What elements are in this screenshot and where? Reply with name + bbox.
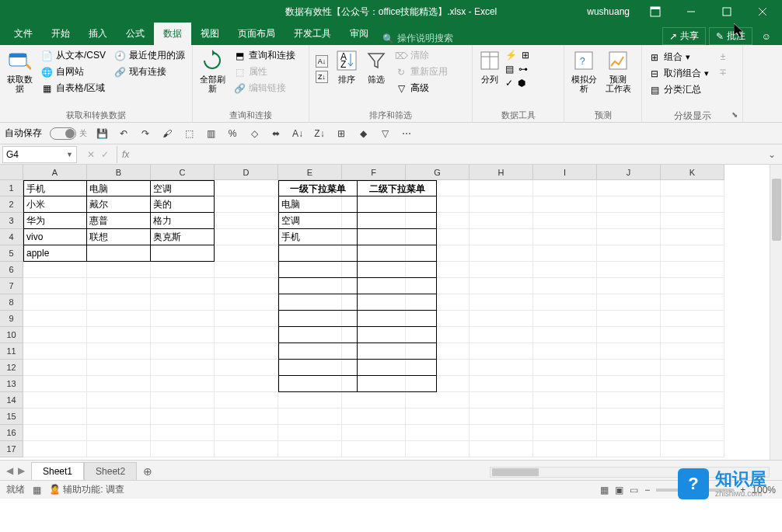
cell[interactable]	[406, 441, 470, 457]
cell[interactable]	[342, 425, 406, 441]
cell[interactable]	[23, 376, 87, 392]
cell[interactable]	[215, 343, 278, 360]
cell[interactable]	[597, 343, 661, 360]
cell[interactable]	[533, 360, 597, 376]
snip-icon[interactable]: ⬚	[182, 127, 196, 141]
cell[interactable]	[151, 392, 215, 409]
share-button[interactable]: ↗共享	[662, 27, 706, 45]
cell[interactable]	[215, 213, 278, 229]
cell[interactable]	[215, 278, 278, 294]
cell[interactable]: 格力	[151, 213, 215, 229]
cell[interactable]	[470, 376, 533, 392]
col-header[interactable]: A	[23, 165, 87, 180]
cell[interactable]	[470, 360, 533, 376]
flash-fill-icon[interactable]: ⚡	[505, 50, 517, 61]
cell[interactable]	[533, 213, 597, 229]
cell[interactable]	[342, 392, 406, 409]
cell[interactable]	[470, 213, 533, 229]
cell[interactable]	[23, 409, 87, 425]
queries-conn-button[interactable]: ⬒查询和连接	[230, 48, 298, 63]
cell[interactable]	[533, 262, 597, 278]
cell[interactable]	[278, 392, 342, 409]
cell[interactable]	[87, 360, 151, 376]
sort-button[interactable]: AZ排序	[333, 47, 361, 85]
cell[interactable]	[215, 376, 278, 392]
merge-icon[interactable]: ⬌	[269, 127, 283, 141]
cell[interactable]	[278, 425, 342, 441]
row-header[interactable]: 8	[0, 294, 23, 311]
filter-button[interactable]: 筛选	[362, 47, 390, 85]
group-button[interactable]: ⊞组合 ▾	[645, 50, 712, 64]
from-web-button[interactable]: 🌐自网站	[37, 64, 109, 79]
vertical-scrollbar[interactable]	[770, 165, 782, 460]
cell[interactable]	[215, 229, 278, 245]
recent-sources-button[interactable]: 🕘最近使用的源	[110, 48, 188, 63]
tab-data[interactable]: 数据	[154, 23, 191, 45]
ribbon-options-icon[interactable]	[637, 0, 673, 23]
cell[interactable]	[597, 180, 661, 196]
cell[interactable]	[87, 245, 151, 262]
autosave-toggle[interactable]	[50, 127, 76, 140]
col-header[interactable]: H	[470, 165, 533, 180]
row-header[interactable]: 15	[0, 409, 23, 425]
sort-za-button[interactable]: Z↓	[312, 70, 331, 84]
expand-formula-icon[interactable]: ⌄	[762, 149, 782, 160]
cell[interactable]	[87, 441, 151, 457]
fx-icon[interactable]: fx	[122, 149, 129, 160]
row-header[interactable]: 17	[0, 441, 23, 457]
view-normal-icon[interactable]: ▦	[600, 485, 609, 495]
cell[interactable]	[661, 327, 724, 343]
cell[interactable]	[597, 392, 661, 409]
row-header[interactable]: 2	[0, 196, 23, 213]
cell[interactable]: 奥克斯	[151, 229, 215, 245]
cell[interactable]	[87, 294, 151, 311]
cell[interactable]	[151, 343, 215, 360]
cell[interactable]	[342, 409, 406, 425]
cell[interactable]	[278, 441, 342, 457]
row-header[interactable]: 7	[0, 278, 23, 294]
sheet-tab-1[interactable]: Sheet1	[31, 462, 84, 480]
cell[interactable]	[470, 294, 533, 311]
hide-detail-button[interactable]: ∓	[714, 65, 732, 79]
cell[interactable]	[278, 294, 358, 311]
get-data-button[interactable]: 获取数 据	[3, 47, 36, 95]
cell[interactable]	[87, 327, 151, 343]
cell[interactable]: 一级下拉菜单	[278, 180, 358, 196]
cell[interactable]: 惠普	[87, 213, 151, 229]
cell[interactable]	[23, 425, 87, 441]
cell[interactable]	[661, 425, 724, 441]
qat-more-icon[interactable]: ⋯	[400, 127, 414, 141]
cell[interactable]	[278, 376, 358, 392]
cell[interactable]	[278, 343, 358, 360]
cell[interactable]	[597, 262, 661, 278]
subtotal-button[interactable]: ▤分类汇总	[645, 82, 712, 97]
from-text-csv-button[interactable]: 📄从文本/CSV	[37, 48, 109, 63]
minimize-button[interactable]	[673, 0, 709, 23]
tab-layout[interactable]: 页面布局	[229, 23, 285, 45]
diamond-icon[interactable]: ◆	[356, 127, 370, 141]
cell[interactable]	[23, 327, 87, 343]
cell[interactable]	[661, 213, 724, 229]
enter-formula-icon[interactable]: ✓	[101, 149, 109, 160]
cell[interactable]	[151, 245, 215, 262]
col-header[interactable]: D	[215, 165, 278, 180]
row-header[interactable]: 9	[0, 311, 23, 327]
cell[interactable]	[470, 229, 533, 245]
view-layout-icon[interactable]: ▣	[615, 485, 623, 495]
cell[interactable]: 空调	[151, 180, 215, 196]
undo-icon[interactable]: ↶	[117, 127, 131, 141]
row-header[interactable]: 10	[0, 327, 23, 343]
advanced-filter-button[interactable]: ▽高级	[392, 81, 451, 96]
maximize-button[interactable]	[709, 0, 745, 23]
clear-filter-button[interactable]: ⌦清除	[392, 48, 451, 63]
sheet-prev-icon[interactable]: ◀	[6, 465, 13, 476]
forecast-sheet-button[interactable]: 预测 工作表	[602, 47, 634, 95]
cell[interactable]	[406, 392, 470, 409]
row-header[interactable]: 16	[0, 425, 23, 441]
col-header[interactable]: K	[661, 165, 724, 180]
cell[interactable]	[87, 278, 151, 294]
cell[interactable]	[533, 196, 597, 213]
cell[interactable]	[215, 311, 278, 327]
brush-icon[interactable]: 🖌	[160, 127, 174, 141]
cell[interactable]	[215, 245, 278, 262]
